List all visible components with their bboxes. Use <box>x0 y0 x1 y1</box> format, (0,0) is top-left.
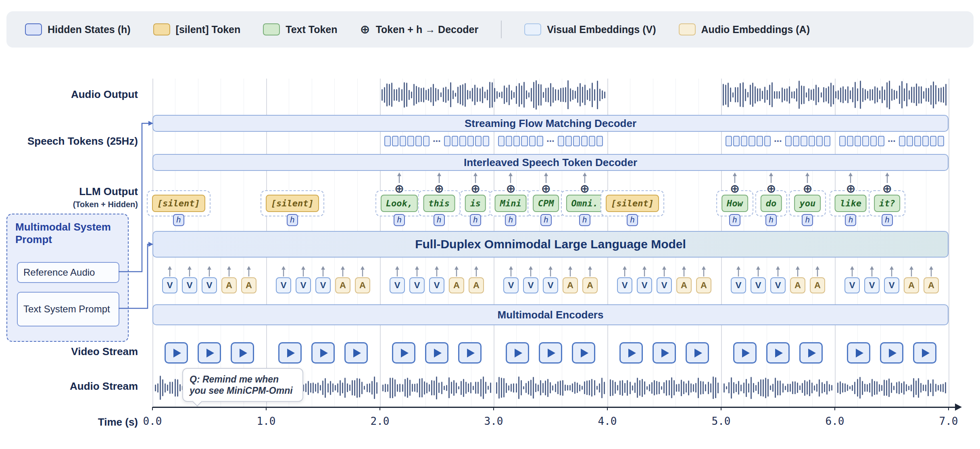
token-label: it? <box>874 195 901 212</box>
oplus-icon: ⊕ <box>802 183 813 195</box>
prompt-connectors <box>118 119 158 314</box>
oplus-icon: ⊕ <box>729 183 740 195</box>
token-label: do <box>761 195 782 212</box>
token-label: [silent] <box>606 195 659 212</box>
token-label: this <box>423 195 455 212</box>
token-label: Omni. <box>566 195 603 212</box>
speech-token-decoder-label: Interleaved Speech Token Decoder <box>464 156 637 169</box>
time-axis-line <box>152 407 956 408</box>
oplus-icon: ⊕ <box>540 183 552 195</box>
token-label: CPM <box>533 195 559 212</box>
oplus-icon: ⊕ <box>505 183 516 195</box>
hidden-state-badge: h <box>434 214 445 226</box>
token-label: you <box>794 195 821 212</box>
text-system-prompt-item: Text System Prompt <box>17 292 119 326</box>
question-bubble: Q: Remind me when you see MiniCPM-Omni <box>182 368 303 402</box>
time-tick-label: 4.0 <box>598 415 617 427</box>
oplus-icon: ⊕ <box>394 183 405 195</box>
time-tick-label: 5.0 <box>712 415 731 427</box>
reference-audio-item: Reference Audio <box>17 262 119 283</box>
hidden-state-badge: h <box>470 214 481 226</box>
hidden-state-badge: h <box>845 214 856 226</box>
token-label: is <box>465 195 486 212</box>
hidden-state-badge: h <box>505 214 516 226</box>
hidden-state-badge: h <box>540 214 552 226</box>
hidden-state-badge: h <box>579 214 590 226</box>
figure-root: Hidden States (h)[silent] TokenText Toke… <box>0 0 980 449</box>
token-label: [silent] <box>152 195 205 212</box>
oplus-icon: ⊕ <box>882 183 893 195</box>
oplus-icon: ⊕ <box>845 183 856 195</box>
time-tick-label: 7.0 <box>939 415 958 427</box>
hidden-state-badge: h <box>729 214 740 226</box>
time-axis-arrow-icon <box>955 403 962 411</box>
hidden-state-badge: h <box>173 214 184 226</box>
question-bubble-text: Q: Remind me when you see MiniCPM-Omni <box>190 374 293 396</box>
flow-matching-decoder-bar: Streaming Flow Matching Decoder <box>152 115 949 132</box>
hidden-state-badge: h <box>287 214 298 226</box>
token-label: Look, <box>381 195 418 212</box>
token-hidden-group: [silent] <box>261 190 324 216</box>
multimodal-encoders-label: Multimodal Encoders <box>498 309 604 321</box>
oplus-icon: ⊕ <box>434 183 445 195</box>
speech-token-decoder-bar: Interleaved Speech Token Decoder <box>152 154 949 171</box>
llm-bar: Full-Duplex Omnimodal Large Language Mod… <box>152 231 949 258</box>
token-label: How <box>721 195 748 212</box>
oplus-icon: ⊕ <box>470 183 481 195</box>
time-tick-label: 1.0 <box>257 415 276 427</box>
multimodal-encoders-bar: Multimodal Encoders <box>152 304 949 325</box>
oplus-icon: ⊕ <box>765 183 777 195</box>
hidden-state-badge: h <box>882 214 893 226</box>
token-label: like <box>835 195 867 212</box>
token-hidden-group: [silent] <box>601 190 664 216</box>
multimodal-system-prompt-box: Multimodal System Prompt Reference Audio… <box>6 214 129 342</box>
prompt-box-title: Multimodal System Prompt <box>7 214 128 246</box>
flow-matching-decoder-label: Streaming Flow Matching Decoder <box>465 117 636 130</box>
time-tick-label: 0.0 <box>143 415 162 427</box>
token-label: [silent] <box>266 195 319 212</box>
time-tick-label: 2.0 <box>371 415 390 427</box>
token-label: Mini <box>495 195 527 212</box>
llm-bar-label: Full-Duplex Omnimodal Large Language Mod… <box>415 237 686 251</box>
hidden-state-badge: h <box>627 214 638 226</box>
hidden-state-badge: h <box>765 214 777 226</box>
time-tick-label: 3.0 <box>484 415 503 427</box>
hidden-state-badge: h <box>394 214 405 226</box>
oplus-icon: ⊕ <box>579 183 590 195</box>
hidden-state-badge: h <box>802 214 813 226</box>
time-tick-label: 6.0 <box>826 415 844 427</box>
